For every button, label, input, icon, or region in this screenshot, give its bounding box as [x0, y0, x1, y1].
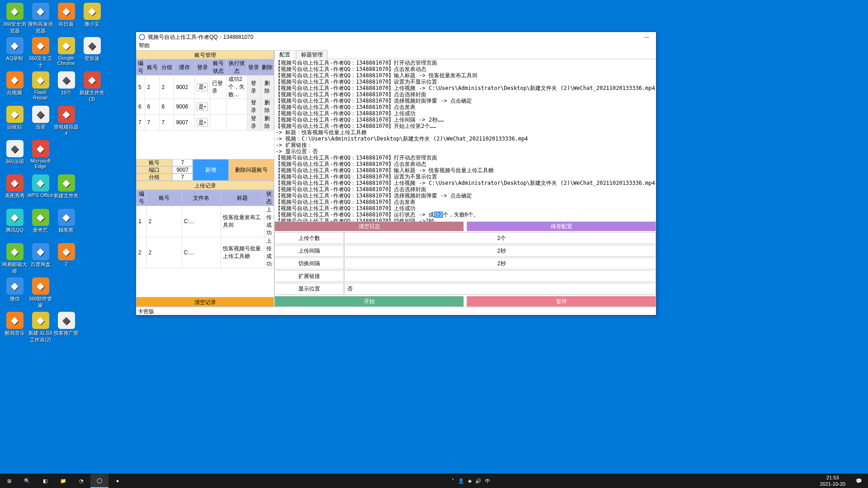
desktop-icon[interactable]: ◆360压缩: [2, 139, 28, 174]
desktop-icon[interactable]: ◆美图秀秀: [2, 174, 28, 208]
input-port[interactable]: 9007: [172, 166, 193, 174]
delete-button[interactable]: 删除: [260, 115, 274, 131]
desktop-icon[interactable]: ◆向日葵: [53, 2, 79, 36]
desktop-icon[interactable]: ◆360安全浏览器: [2, 2, 28, 36]
label-switch-interval: 切换间隔: [274, 258, 344, 269]
search-icon[interactable]: 🔍: [18, 474, 36, 488]
value-ext-link[interactable]: [344, 270, 656, 282]
log-output: 【视频号自动上传工具-作者QQ：1348881070】打开动态管理页面【视频号自…: [274, 59, 656, 221]
value-upload-count[interactable]: 2个: [344, 232, 656, 244]
desktop-icon[interactable]: ◆搜狗高速浏览器: [28, 2, 53, 36]
desktop-icon[interactable]: [79, 311, 105, 345]
start-button[interactable]: 开始: [274, 296, 464, 307]
col-header: 登录: [247, 60, 261, 75]
desktop-icon[interactable]: ◆百度网盘: [28, 242, 53, 277]
col-header: 状态: [264, 190, 274, 206]
desktop-icon[interactable]: ◆AQ录制: [2, 36, 28, 70]
table-row[interactable]: 5229002是▾已登录成功2个，失败…登录删除: [137, 75, 274, 99]
desktop-icon[interactable]: ◆Google Chrome: [53, 36, 79, 70]
clear-records-button[interactable]: 清空记录: [136, 297, 274, 307]
table-row[interactable]: 12C:…悦客批量发布工具圳上传成功: [137, 206, 274, 237]
desktop-icon[interactable]: ◆Flash Repair: [28, 70, 53, 105]
desktop-icon[interactable]: ◆2: [53, 242, 79, 277]
start-menu-button[interactable]: ⊞: [0, 474, 18, 488]
desktop-icon[interactable]: ◆10个: [53, 70, 79, 105]
value-show-position[interactable]: 否: [344, 283, 656, 295]
desktop-icon[interactable]: ◆爱奇艺: [28, 208, 53, 242]
desktop-icon[interactable]: [79, 208, 105, 242]
desktop-icon[interactable]: [79, 174, 105, 208]
desktop-icon[interactable]: ◆雷电模拟器4: [53, 105, 79, 139]
input-account[interactable]: 7: [172, 159, 193, 166]
desktop-icon[interactable]: [79, 277, 105, 311]
system-tray[interactable]: ˄ 👤 ◈ 🔊 中: [449, 478, 493, 484]
login-button[interactable]: 登录: [247, 99, 261, 115]
delete-button[interactable]: 删除: [260, 99, 274, 115]
minimize-button[interactable]: —: [640, 34, 653, 40]
select-combo[interactable]: 是▾: [197, 103, 208, 111]
table-row[interactable]: 7779007是▾登录删除: [137, 115, 274, 131]
desktop-icon[interactable]: ◆微信: [2, 277, 28, 311]
desktop-icon[interactable]: ◆顾客图: [53, 208, 79, 242]
login-button[interactable]: 登录: [247, 115, 261, 131]
desktop-icon[interactable]: [79, 242, 105, 277]
label-port: 端口: [136, 166, 172, 174]
taskbar-app1[interactable]: ◔: [72, 474, 90, 488]
select-combo[interactable]: 是▾: [197, 83, 208, 91]
desktop-icon[interactable]: ◆微小宝: [79, 2, 105, 36]
titlebar[interactable]: 视频号自动上传工具-作者QQ：1348881070 —: [136, 32, 656, 42]
tray-network-icon[interactable]: ◈: [468, 478, 472, 484]
col-header: 标题: [221, 190, 264, 206]
add-button[interactable]: 新增: [193, 159, 229, 181]
desktop-icon[interactable]: ◆迅雷: [28, 105, 53, 139]
help-menu[interactable]: 帮助: [139, 42, 150, 49]
desktop-icon[interactable]: ◆此电脑: [2, 70, 28, 105]
taskbar-app2[interactable]: ●: [108, 474, 127, 488]
desktop-icon[interactable]: ◆WPS Office: [28, 174, 53, 208]
tray-people-icon[interactable]: 👤: [458, 478, 464, 484]
desktop-icon[interactable]: [53, 139, 79, 174]
app-icon: [139, 34, 145, 40]
input-group[interactable]: 7: [172, 174, 193, 181]
desktop-icon[interactable]: ◆酷我音乐: [2, 311, 28, 345]
desktop-icon[interactable]: [79, 105, 105, 139]
tab-config[interactable]: 配置: [274, 50, 295, 59]
pause-button[interactable]: 暂停: [467, 296, 656, 307]
tray-chevron-icon[interactable]: ˄: [452, 478, 454, 484]
desktop-icon[interactable]: ◆登加速: [79, 36, 105, 70]
desktop-icon[interactable]: ◆网易邮箱大师: [2, 242, 28, 277]
col-header: 登录: [195, 60, 210, 75]
task-view-icon[interactable]: ◧: [36, 474, 54, 488]
taskbar[interactable]: ⊞ 🔍 ◧ 📁 ◔ ◯ ● ˄ 👤 ◈ 🔊 中 21:53 2021-10-20…: [0, 474, 868, 488]
login-button[interactable]: 登录: [247, 75, 261, 99]
notifications-icon[interactable]: 💬: [850, 474, 868, 488]
clear-log-button[interactable]: 清空日志: [274, 221, 464, 231]
table-row[interactable]: 6669006是▾登录删除: [137, 99, 274, 115]
desktop-icon[interactable]: ◆新建 XLSX 工作表(2): [28, 311, 53, 345]
taskbar-clock[interactable]: 21:53 2021-10-20: [816, 474, 850, 487]
desktop-icon[interactable]: ◆腾讯QQ: [2, 208, 28, 242]
desktop-icon[interactable]: ◆新建文件夹: [53, 174, 79, 208]
value-upload-interval[interactable]: 2秒: [344, 245, 656, 257]
taskbar-app-current[interactable]: ◯: [90, 474, 108, 488]
table-row[interactable]: 22C:…悦客视频号批量上传工具糖上传成功: [137, 237, 274, 268]
new-account-form: 账号 7 新增 删除问题账号 端口 9007 分组 7: [136, 159, 274, 181]
desktop-icon[interactable]: ◆360软件管家: [28, 277, 53, 311]
desktop-icon[interactable]: ◆新建文件夹(3): [79, 70, 105, 105]
label-account: 账号: [136, 159, 172, 166]
tab-tags[interactable]: 标题管理: [296, 50, 328, 59]
desktop-icon[interactable]: ◆360安全卫士: [28, 36, 53, 70]
tray-ime[interactable]: 中: [485, 478, 490, 484]
desktop-icon[interactable]: ◆悦客推广图: [53, 311, 79, 345]
tray-volume-icon[interactable]: 🔊: [475, 478, 481, 484]
save-config-button[interactable]: 保存配置: [467, 221, 656, 231]
desktop-icon[interactable]: ◆回收站: [2, 105, 28, 139]
value-switch-interval[interactable]: 2秒: [344, 258, 656, 269]
explorer-icon[interactable]: 📁: [54, 474, 72, 488]
desktop-icon[interactable]: ◆Microsoft Edge: [28, 139, 53, 174]
delete-button[interactable]: 删除: [260, 75, 274, 99]
select-combo[interactable]: 是▾: [197, 118, 208, 127]
delete-problem-button[interactable]: 删除问题账号: [229, 159, 274, 181]
desktop-icon[interactable]: [53, 277, 79, 311]
desktop-icon[interactable]: [79, 139, 105, 174]
